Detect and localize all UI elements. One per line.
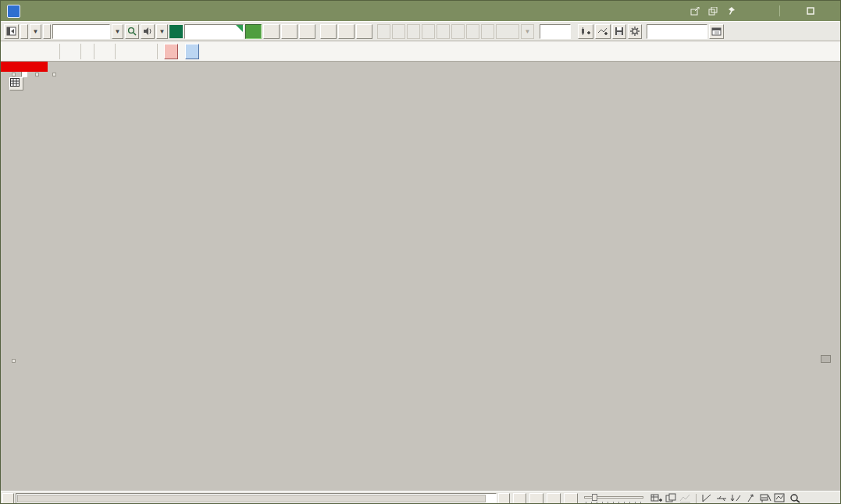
scrollbar-thumb[interactable] [17,495,486,502]
period-daily-button[interactable] [245,24,262,39]
stop-icon[interactable] [547,493,561,504]
zoom-icon[interactable] [788,493,801,504]
prev-stock-button[interactable] [43,24,51,39]
pane-resize-icon[interactable] [821,355,831,363]
sell-button[interactable] [185,44,199,59]
minimize-icon[interactable] [787,5,798,16]
help-icon[interactable] [761,5,772,16]
period-yearly-button[interactable] [299,24,315,39]
code-dropdown-arrow[interactable]: ▼ [112,24,123,39]
slider-ticks [586,502,643,504]
name-fold-icon [236,25,243,32]
chart-type-dropdown-arrow[interactable]: ▼ [30,24,41,39]
minute-10-button[interactable] [422,24,435,39]
scroll-right-icon[interactable] [498,493,510,504]
search-icon[interactable] [125,24,139,39]
panel-toggle-icon[interactable] [4,24,19,39]
settings-gear-icon[interactable] [628,24,642,39]
ohl-group [116,44,158,59]
volume-group [60,44,81,59]
minute-5-button[interactable] [407,24,420,39]
legend-bullet-icon [52,73,56,76]
down-arrow-tool-icon[interactable] [729,493,743,504]
date-input[interactable] [647,24,707,39]
kiwoom-chart-window: ▼ ▼ ▼ ▼ [0,0,841,504]
horizontal-line-tool-icon[interactable] [715,493,729,504]
add-candles-icon[interactable] [578,24,593,39]
price-change-group [7,44,60,59]
toolbar-separator [696,494,697,503]
period-minute-button[interactable] [320,24,337,39]
rewind-icon[interactable] [529,493,543,504]
title-icons [690,5,834,16]
period-tick-button[interactable] [356,24,372,39]
sound-icon[interactable] [141,24,155,39]
save-icon[interactable] [612,24,626,39]
duplicate-window-icon[interactable] [707,5,718,16]
compare-chart-icon[interactable] [679,493,692,504]
stock-name-box[interactable] [184,24,244,39]
period-second-button[interactable] [338,24,355,39]
minute-45-button[interactable] [466,24,479,39]
minute-15-button[interactable] [437,24,450,39]
sound-dropdown-arrow[interactable]: ▼ [156,24,168,39]
minute-60-button[interactable] [481,24,494,39]
text-tool-icon[interactable] [743,5,754,16]
title-bar [1,1,840,21]
legend-bullet-icon [12,73,16,76]
play-icon[interactable] [513,493,527,504]
amount-group [81,44,94,59]
order-buttons [158,44,205,59]
grid-settings-icon[interactable] [650,493,663,504]
pin-icon[interactable] [725,5,736,16]
buy-button[interactable] [164,44,178,59]
candle-count-input[interactable] [540,24,571,39]
candlestick-chart[interactable] [1,62,841,491]
volume-legend [12,356,28,365]
maximize-icon[interactable] [805,5,816,16]
legend-bullet-icon [12,359,16,363]
speed-slider[interactable] [584,493,644,504]
current-volume-badge [1,62,48,72]
titlebar-separator [779,5,780,16]
slider-handle[interactable] [592,494,597,501]
chart-toolbar: ▼ ▼ ▼ ▼ [1,21,840,41]
chart-type-dropdown[interactable] [20,24,28,39]
minute-custom-dropdown[interactable] [496,24,519,39]
annotation-tool-icon[interactable] [759,493,772,504]
quote-bar [1,41,840,62]
period-weekly-button[interactable] [263,24,280,39]
new-stock-badge [169,25,183,38]
minute-30-button[interactable] [451,24,465,39]
minute-custom-arrow[interactable]: ▼ [521,24,534,39]
new-pane-icon[interactable] [665,493,678,504]
chart-grid-icon[interactable] [9,77,23,91]
add-line-icon[interactable] [595,24,611,39]
minute-1-button[interactable] [377,24,390,39]
chart-area [1,62,841,491]
calendar-icon[interactable] [709,24,724,39]
scroll-left-icon[interactable] [2,493,14,504]
bottom-toolbar [1,491,841,504]
fast-forward-icon[interactable] [564,493,578,504]
trendline-tool-icon[interactable] [700,493,714,504]
minute-3-button[interactable] [392,24,405,39]
pattern-tool-icon[interactable] [774,493,787,504]
period-monthly-button[interactable] [281,24,298,39]
chart-scrollbar[interactable] [16,493,497,504]
close-icon[interactable] [823,5,834,16]
popup-window-icon[interactable] [690,5,700,16]
screen-number-badge [7,5,20,18]
up-arrow-tool-icon[interactable] [744,493,757,504]
stock-code-input[interactable] [52,24,110,39]
best-quote-group [94,44,116,59]
legend-bullet-icon [35,73,39,76]
